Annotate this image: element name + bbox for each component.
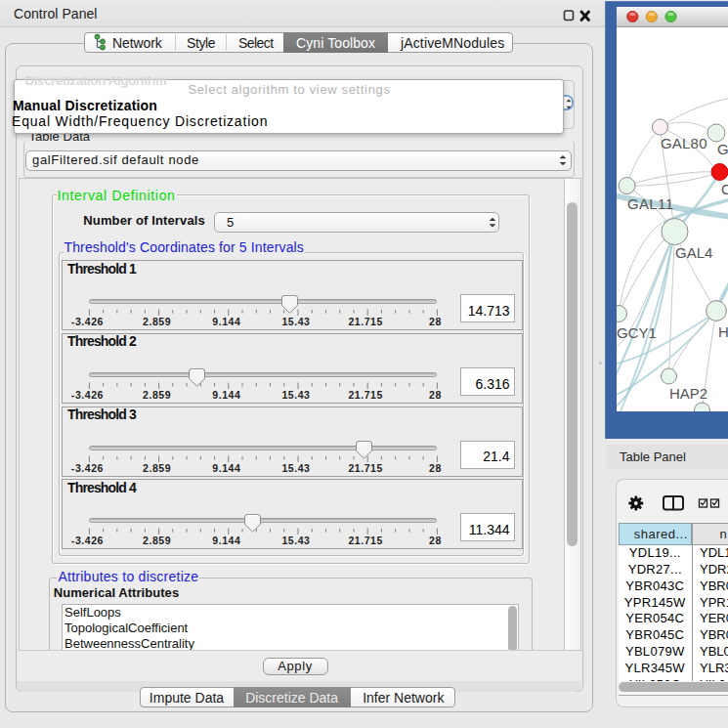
svg-text:H: H [718,323,728,340]
svg-text:GAL11: GAL11 [627,195,673,212]
svg-text:HAP2: HAP2 [669,385,707,402]
svg-text:G: G [717,141,728,157]
svg-text:GAL80: GAL80 [661,135,707,151]
svg-text:C: C [721,181,728,197]
svg-text:GCY1: GCY1 [617,324,657,341]
svg-text:GAL4: GAL4 [675,244,712,261]
